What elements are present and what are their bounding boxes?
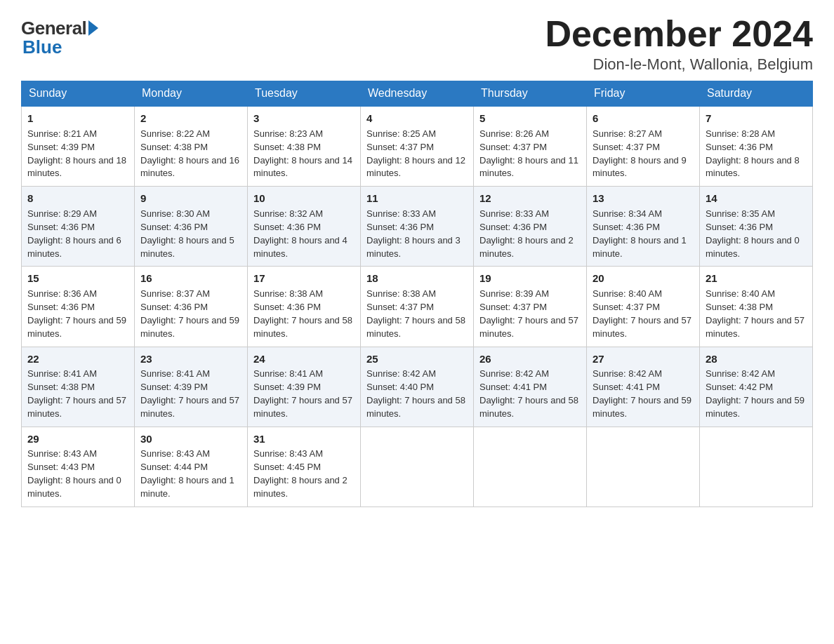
calendar-day-cell: 20Sunrise: 8:40 AMSunset: 4:37 PMDayligh… <box>587 267 700 347</box>
day-number: 23 <box>140 351 241 367</box>
day-sunrise: Sunrise: 8:30 AM <box>140 208 210 219</box>
day-sunset: Sunset: 4:41 PM <box>593 382 660 392</box>
weekday-header-tuesday: Tuesday <box>248 81 361 107</box>
day-sunset: Sunset: 4:44 PM <box>140 462 208 472</box>
day-sunset: Sunset: 4:37 PM <box>366 142 434 152</box>
calendar-day-cell: 23Sunrise: 8:41 AMSunset: 4:39 PMDayligh… <box>135 347 248 427</box>
day-daylight: Daylight: 8 hours and 11 minutes. <box>479 155 578 179</box>
day-number: 13 <box>593 191 694 206</box>
day-daylight: Daylight: 8 hours and 16 minutes. <box>140 155 239 179</box>
day-sunset: Sunset: 4:41 PM <box>479 382 547 392</box>
day-sunset: Sunset: 4:36 PM <box>140 222 208 232</box>
day-number: 18 <box>366 271 468 286</box>
calendar-day-cell: 5Sunrise: 8:26 AMSunset: 4:37 PMDaylight… <box>474 106 587 187</box>
day-number: 22 <box>27 351 128 367</box>
day-sunrise: Sunrise: 8:32 AM <box>253 208 323 219</box>
day-daylight: Daylight: 7 hours and 59 minutes. <box>706 395 805 419</box>
calendar-day-cell: 16Sunrise: 8:37 AMSunset: 4:36 PMDayligh… <box>135 267 248 347</box>
day-sunrise: Sunrise: 8:25 AM <box>366 128 436 139</box>
day-number: 3 <box>253 111 355 126</box>
calendar-day-cell: 28Sunrise: 8:42 AMSunset: 4:42 PMDayligh… <box>700 347 813 427</box>
day-number: 28 <box>706 351 807 367</box>
day-daylight: Daylight: 7 hours and 58 minutes. <box>366 315 465 339</box>
day-sunset: Sunset: 4:37 PM <box>479 302 547 312</box>
day-sunset: Sunset: 4:36 PM <box>140 302 208 312</box>
weekday-header-sunday: Sunday <box>22 81 135 107</box>
day-sunset: Sunset: 4:36 PM <box>706 142 773 152</box>
day-daylight: Daylight: 7 hours and 58 minutes. <box>253 315 352 339</box>
calendar-body: 1Sunrise: 8:21 AMSunset: 4:39 PMDaylight… <box>22 106 813 507</box>
day-number: 17 <box>253 271 355 286</box>
day-number: 6 <box>593 111 694 126</box>
logo: General Blue <box>21 18 98 58</box>
day-number: 7 <box>706 111 807 126</box>
day-number: 10 <box>253 191 355 206</box>
day-daylight: Daylight: 7 hours and 59 minutes. <box>27 315 126 339</box>
day-sunrise: Sunrise: 8:33 AM <box>479 208 549 219</box>
calendar-day-cell: 8Sunrise: 8:29 AMSunset: 4:36 PMDaylight… <box>22 187 135 267</box>
day-sunrise: Sunrise: 8:23 AM <box>253 128 323 139</box>
day-sunrise: Sunrise: 8:37 AM <box>140 288 210 299</box>
calendar-day-cell: 31Sunrise: 8:43 AMSunset: 4:45 PMDayligh… <box>248 427 361 507</box>
calendar-day-cell: 29Sunrise: 8:43 AMSunset: 4:43 PMDayligh… <box>22 427 135 507</box>
day-sunset: Sunset: 4:36 PM <box>593 222 660 232</box>
calendar-day-cell: 13Sunrise: 8:34 AMSunset: 4:36 PMDayligh… <box>587 187 700 267</box>
day-number: 30 <box>140 431 241 447</box>
day-number: 21 <box>706 271 807 286</box>
calendar-day-cell: 17Sunrise: 8:38 AMSunset: 4:36 PMDayligh… <box>248 267 361 347</box>
calendar-week-row: 8Sunrise: 8:29 AMSunset: 4:36 PMDaylight… <box>22 187 813 267</box>
calendar-day-cell: 12Sunrise: 8:33 AMSunset: 4:36 PMDayligh… <box>474 187 587 267</box>
day-number: 5 <box>479 111 581 126</box>
calendar-day-cell: 26Sunrise: 8:42 AMSunset: 4:41 PMDayligh… <box>474 347 587 427</box>
day-sunset: Sunset: 4:38 PM <box>706 302 773 312</box>
day-sunset: Sunset: 4:37 PM <box>366 302 434 312</box>
day-number: 16 <box>140 271 241 286</box>
day-number: 2 <box>140 111 241 126</box>
calendar-day-cell: 2Sunrise: 8:22 AMSunset: 4:38 PMDaylight… <box>135 106 248 187</box>
weekday-header-thursday: Thursday <box>474 81 587 107</box>
day-daylight: Daylight: 8 hours and 12 minutes. <box>366 155 465 179</box>
day-sunrise: Sunrise: 8:22 AM <box>140 128 210 139</box>
calendar-day-cell: 3Sunrise: 8:23 AMSunset: 4:38 PMDaylight… <box>248 106 361 187</box>
day-daylight: Daylight: 8 hours and 2 minutes. <box>479 235 574 259</box>
day-daylight: Daylight: 7 hours and 57 minutes. <box>253 395 352 419</box>
day-daylight: Daylight: 8 hours and 6 minutes. <box>27 235 121 259</box>
day-sunset: Sunset: 4:38 PM <box>27 382 95 392</box>
day-sunset: Sunset: 4:45 PM <box>253 462 321 472</box>
calendar-day-cell: 22Sunrise: 8:41 AMSunset: 4:38 PMDayligh… <box>22 347 135 427</box>
day-sunrise: Sunrise: 8:43 AM <box>27 448 97 459</box>
logo-blue-text: Blue <box>22 36 62 58</box>
day-daylight: Daylight: 7 hours and 57 minutes. <box>593 315 691 339</box>
day-number: 12 <box>479 191 581 206</box>
calendar-day-cell: 18Sunrise: 8:38 AMSunset: 4:37 PMDayligh… <box>361 267 474 347</box>
day-daylight: Daylight: 8 hours and 9 minutes. <box>593 155 687 179</box>
page-header: General Blue December 2024 Dion-le-Mont,… <box>21 14 813 74</box>
day-daylight: Daylight: 8 hours and 5 minutes. <box>140 235 234 259</box>
day-sunrise: Sunrise: 8:38 AM <box>366 288 436 299</box>
day-sunrise: Sunrise: 8:43 AM <box>140 448 210 459</box>
day-sunset: Sunset: 4:36 PM <box>253 302 321 312</box>
day-sunset: Sunset: 4:38 PM <box>140 142 208 152</box>
title-block: December 2024 Dion-le-Mont, Wallonia, Be… <box>545 14 813 74</box>
calendar-day-cell: 7Sunrise: 8:28 AMSunset: 4:36 PMDaylight… <box>700 106 813 187</box>
day-sunset: Sunset: 4:37 PM <box>593 142 660 152</box>
day-sunrise: Sunrise: 8:39 AM <box>479 288 549 299</box>
day-daylight: Daylight: 8 hours and 0 minutes. <box>27 475 121 499</box>
day-daylight: Daylight: 8 hours and 14 minutes. <box>253 155 352 179</box>
calendar-day-cell: 27Sunrise: 8:42 AMSunset: 4:41 PMDayligh… <box>587 347 700 427</box>
day-sunset: Sunset: 4:43 PM <box>27 462 95 472</box>
day-sunrise: Sunrise: 8:36 AM <box>27 288 97 299</box>
calendar-day-cell: 21Sunrise: 8:40 AMSunset: 4:38 PMDayligh… <box>700 267 813 347</box>
calendar-day-cell: 9Sunrise: 8:30 AMSunset: 4:36 PMDaylight… <box>135 187 248 267</box>
calendar-day-cell <box>474 427 587 507</box>
day-daylight: Daylight: 8 hours and 2 minutes. <box>253 475 348 499</box>
day-number: 29 <box>27 431 128 447</box>
day-number: 27 <box>593 351 694 367</box>
month-title: December 2024 <box>545 14 813 54</box>
day-sunset: Sunset: 4:36 PM <box>706 222 773 232</box>
day-number: 24 <box>253 351 355 367</box>
calendar-day-cell: 15Sunrise: 8:36 AMSunset: 4:36 PMDayligh… <box>22 267 135 347</box>
day-sunset: Sunset: 4:36 PM <box>366 222 434 232</box>
day-sunrise: Sunrise: 8:42 AM <box>366 368 436 379</box>
day-daylight: Daylight: 7 hours and 59 minutes. <box>140 315 239 339</box>
